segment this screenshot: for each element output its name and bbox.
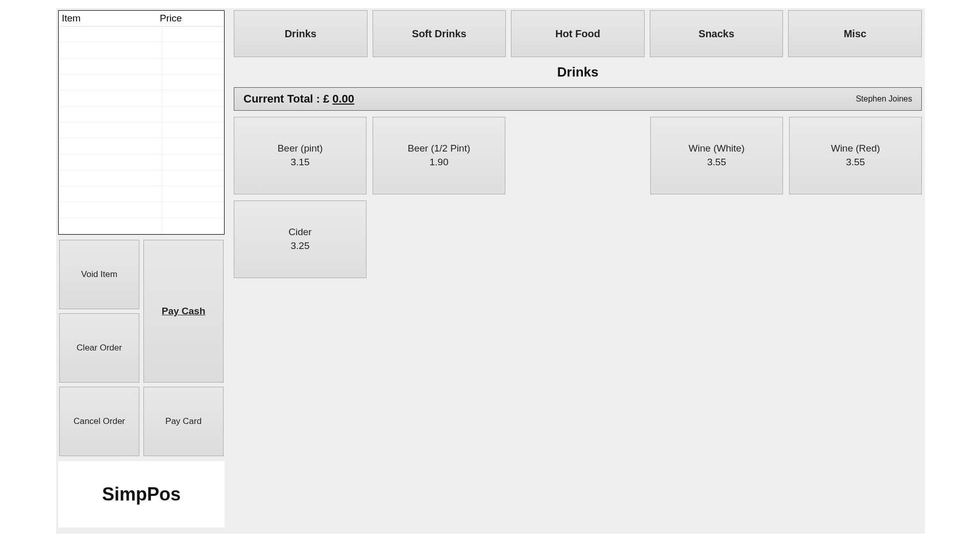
table-row[interactable] xyxy=(59,186,224,202)
category-button-snacks[interactable]: Snacks xyxy=(650,10,783,57)
void-item-button[interactable]: Void Item xyxy=(59,240,139,309)
table-row[interactable] xyxy=(59,122,224,138)
category-button-misc[interactable]: Misc xyxy=(788,10,922,57)
app-logo: SimpPos xyxy=(58,461,225,528)
left-panel: Item Price Void Item Pay Cash Clear Orde… xyxy=(56,8,227,534)
category-row: DrinksSoft DrinksHot FoodSnacksMisc xyxy=(234,10,922,57)
product-price: 3.55 xyxy=(846,156,865,169)
product-name: Wine (White) xyxy=(689,142,745,156)
product-name: Wine (Red) xyxy=(831,142,880,156)
product-price: 3.55 xyxy=(707,156,726,169)
action-button-grid: Void Item Pay Cash Clear Order Cancel Or… xyxy=(58,240,225,456)
pay-cash-button[interactable]: Pay Cash xyxy=(143,240,224,383)
product-name: Cider xyxy=(288,226,311,239)
table-row[interactable] xyxy=(59,90,224,106)
product-button-beer-1-2-pint-[interactable]: Beer (1/2 Pint)1.90 xyxy=(373,117,505,194)
product-button-wine-red-[interactable]: Wine (Red)3.55 xyxy=(789,117,922,194)
pay-card-button[interactable]: Pay Card xyxy=(143,387,224,456)
current-user: Stephen Joines xyxy=(856,94,912,104)
table-row[interactable] xyxy=(59,170,224,186)
table-row[interactable] xyxy=(59,218,224,234)
product-button-cider[interactable]: Cider3.25 xyxy=(234,201,366,278)
table-row[interactable] xyxy=(59,138,224,154)
app-frame: Item Price Void Item Pay Cash Clear Orde… xyxy=(56,8,925,534)
table-row[interactable] xyxy=(59,155,224,170)
table-row[interactable] xyxy=(59,74,224,90)
total-bar: Current Total : £ 0.00 Stephen Joines xyxy=(234,87,922,111)
total-amount: 0.00 xyxy=(332,92,354,106)
table-row[interactable] xyxy=(59,59,224,74)
category-button-drinks[interactable]: Drinks xyxy=(234,10,368,57)
product-price: 1.90 xyxy=(430,156,449,169)
order-table-body xyxy=(59,27,224,234)
active-category-title: Drinks xyxy=(234,64,922,80)
product-price: 3.15 xyxy=(291,156,310,169)
product-name: Beer (pint) xyxy=(278,142,323,156)
col-header-price: Price xyxy=(160,13,221,24)
product-button-wine-white-[interactable]: Wine (White)3.55 xyxy=(650,117,783,194)
product-button-beer-pint-[interactable]: Beer (pint)3.15 xyxy=(234,117,366,194)
product-grid: Beer (pint)3.15Beer (1/2 Pint)1.90Wine (… xyxy=(234,117,922,278)
table-row[interactable] xyxy=(59,27,224,42)
clear-order-button[interactable]: Clear Order xyxy=(59,313,139,383)
total-label: Current Total : £ xyxy=(243,92,329,106)
category-button-hot-food[interactable]: Hot Food xyxy=(511,10,645,57)
product-price: 3.25 xyxy=(291,239,310,253)
category-button-soft-drinks[interactable]: Soft Drinks xyxy=(373,10,506,57)
right-panel: DrinksSoft DrinksHot FoodSnacksMisc Drin… xyxy=(227,8,925,534)
table-row[interactable] xyxy=(59,107,224,122)
table-row[interactable] xyxy=(59,202,224,218)
table-row[interactable] xyxy=(59,42,224,58)
product-name: Beer (1/2 Pint) xyxy=(408,142,471,156)
cancel-order-button[interactable]: Cancel Order xyxy=(59,387,139,456)
order-table: Item Price xyxy=(58,10,225,235)
order-table-header: Item Price xyxy=(59,11,224,27)
col-header-item: Item xyxy=(62,13,160,24)
